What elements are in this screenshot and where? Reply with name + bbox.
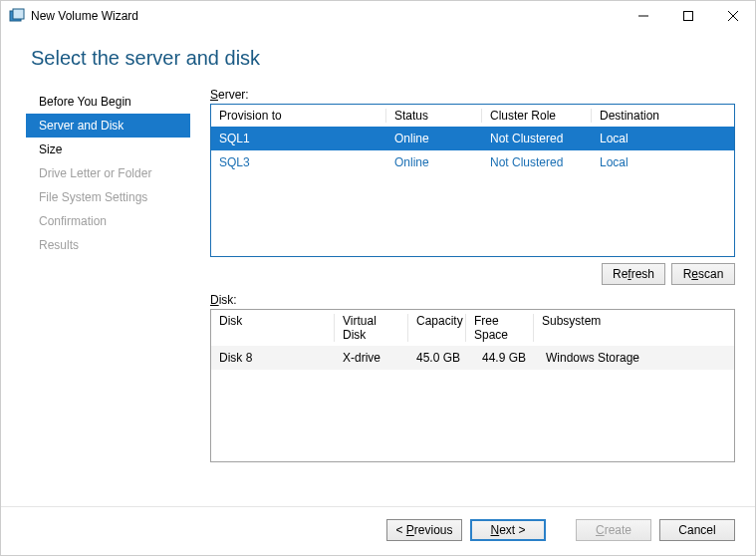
next-button[interactable]: Next > (470, 519, 546, 541)
col-provision-to[interactable]: Provision to (211, 105, 386, 127)
minimize-button[interactable] (621, 2, 665, 31)
server-list[interactable]: Provision to Status Cluster Role Destina… (210, 104, 735, 257)
disk-row[interactable]: Disk 8 X-drive 45.0 GB 44.9 GB Windows S… (211, 346, 734, 370)
cell-dest: Local (592, 130, 734, 147)
step-size[interactable]: Size (31, 138, 190, 161)
step-results: Results (31, 233, 190, 257)
titlebar: New Volume Wizard (1, 1, 755, 31)
step-drive-letter: Drive Letter or Folder (31, 161, 190, 185)
cell-provision: SQL1 (211, 130, 386, 147)
step-server-and-disk[interactable]: Server and Disk (26, 114, 190, 138)
col-subsystem[interactable]: Subsystem (534, 310, 734, 346)
disk-list[interactable]: Disk Virtual Disk Capacity Free Space Su… (210, 309, 735, 462)
server-label: Server: (210, 88, 735, 102)
server-row[interactable]: SQL3 Online Not Clustered Local (211, 150, 734, 174)
cell-subsystem: Windows Storage (534, 349, 734, 367)
cell-status: Online (386, 153, 482, 171)
maximize-button[interactable] (665, 2, 710, 31)
previous-button[interactable]: < Previous (386, 519, 462, 541)
create-button: Create (576, 519, 651, 541)
header: Select the server and disk (1, 31, 755, 80)
window-title: New Volume Wizard (31, 9, 621, 23)
main-panel: Server: Provision to Status Cluster Role… (190, 80, 735, 506)
cell-disk: Disk 8 (211, 349, 335, 367)
step-file-system: File System Settings (31, 185, 190, 209)
spacer (554, 519, 568, 541)
col-status[interactable]: Status (386, 105, 482, 127)
step-confirmation: Confirmation (31, 209, 190, 233)
svg-rect-1 (13, 9, 24, 19)
col-free-space[interactable]: Free Space (466, 310, 534, 346)
col-destination[interactable]: Destination (592, 105, 734, 127)
cell-cluster: Not Clustered (482, 153, 592, 171)
window-controls (621, 2, 755, 31)
svg-rect-3 (683, 12, 692, 21)
cell-capacity: 45.0 GB (408, 349, 466, 367)
server-row[interactable]: SQL1 Online Not Clustered Local (211, 127, 734, 150)
cell-dest: Local (592, 153, 734, 171)
cell-status: Online (386, 130, 482, 147)
wizard-steps: Before You Begin Server and Disk Size Dr… (1, 80, 190, 506)
col-capacity[interactable]: Capacity (408, 310, 466, 346)
cancel-button[interactable]: Cancel (659, 519, 735, 541)
cell-provision: SQL3 (211, 153, 386, 171)
server-buttons: Refresh Rescan (210, 263, 735, 285)
step-before-you-begin[interactable]: Before You Begin (31, 90, 190, 114)
col-cluster-role[interactable]: Cluster Role (482, 105, 592, 127)
wizard-icon (9, 8, 25, 24)
cell-free: 44.9 GB (466, 349, 534, 367)
rescan-button[interactable]: Rescan (671, 263, 735, 285)
page-title: Select the server and disk (31, 47, 725, 70)
cell-vdisk: X-drive (335, 349, 408, 367)
col-disk[interactable]: Disk (211, 310, 335, 346)
content: Before You Begin Server and Disk Size Dr… (1, 80, 755, 506)
col-virtual-disk[interactable]: Virtual Disk (335, 310, 408, 346)
disk-list-header: Disk Virtual Disk Capacity Free Space Su… (211, 310, 734, 346)
close-button[interactable] (710, 2, 755, 31)
footer: < Previous Next > Create Cancel (1, 506, 755, 555)
refresh-button[interactable]: Refresh (602, 263, 665, 285)
cell-cluster: Not Clustered (482, 130, 592, 147)
disk-label: Disk: (210, 293, 735, 307)
server-list-header: Provision to Status Cluster Role Destina… (211, 105, 734, 127)
